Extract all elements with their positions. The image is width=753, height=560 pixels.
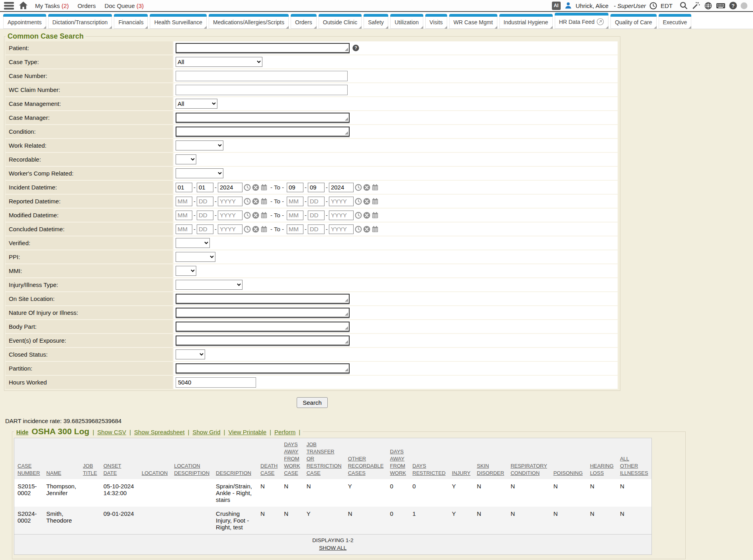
patient-input[interactable] (176, 43, 350, 53)
work-related-select[interactable] (176, 140, 223, 150)
on-site-location-input[interactable] (176, 294, 350, 304)
tab-utilization[interactable]: Utilization (390, 14, 423, 29)
tab-hr-data-feed[interactable]: HR Data Feed (555, 13, 608, 29)
incident-datetime-from-month[interactable] (176, 183, 192, 192)
closed-status-select[interactable] (176, 349, 205, 359)
show-all-link[interactable]: SHOW ALL (319, 545, 346, 551)
column-sort-link[interactable]: JOB TRANSFER OR RESTRICTION CASE (307, 441, 342, 476)
column-sort-link[interactable]: DAYS RESTRICTED (413, 463, 446, 476)
recordable-select[interactable] (176, 154, 196, 164)
tab-industrial-hygiene[interactable]: Industrial Hygiene (499, 14, 553, 29)
view-printable-link[interactable]: View Printable (228, 429, 266, 435)
wand-icon[interactable] (692, 1, 700, 10)
ai-badge[interactable]: AI (552, 2, 561, 10)
concluded-datetime-to-day[interactable] (308, 224, 325, 234)
table-row[interactable]: S2024-0002Smith, Theodore09-01-2024Crush… (14, 507, 652, 535)
keyboard-icon[interactable] (716, 2, 726, 10)
column-sort-link[interactable]: RESPIRATORY CONDITION (510, 463, 547, 476)
clear-date-icon[interactable] (252, 198, 259, 205)
partition-input[interactable] (176, 363, 350, 373)
column-sort-link[interactable]: SKIN DISORDER (477, 463, 505, 476)
concluded-datetime-to-month[interactable] (287, 224, 303, 234)
clear-date-icon[interactable] (363, 212, 370, 219)
column-sort-link[interactable]: DAYS AWAY FROM WORK (390, 449, 406, 476)
calendar-picker-icon[interactable] (372, 198, 379, 205)
column-sort-link[interactable]: DEATH CASE (260, 463, 278, 476)
tab-financials[interactable]: Financials (114, 14, 148, 29)
tab-health-surveillance[interactable]: Health Surveillance (150, 14, 207, 29)
incident-datetime-from-day[interactable] (197, 183, 213, 192)
calendar-picker-icon[interactable] (372, 226, 379, 233)
column-sort-link[interactable]: HEARING LOSS (590, 463, 614, 476)
calendar-picker-icon[interactable] (372, 212, 379, 219)
show-grid-link[interactable]: Show Grid (192, 429, 220, 435)
calendar-picker-icon[interactable] (260, 184, 268, 191)
time-picker-icon[interactable] (244, 184, 251, 191)
event-s-of-exposure-input[interactable] (176, 336, 350, 345)
time-picker-icon[interactable] (355, 212, 362, 219)
reported-datetime-to-year[interactable] (329, 197, 354, 206)
calendar-picker-icon[interactable] (372, 184, 379, 191)
clear-date-icon[interactable] (252, 184, 259, 191)
column-sort-link[interactable]: CASE NUMBER (18, 463, 40, 476)
condition-input[interactable] (176, 127, 350, 137)
clear-date-icon[interactable] (363, 226, 370, 233)
incident-datetime-to-month[interactable] (287, 183, 303, 192)
globe-icon[interactable] (704, 2, 712, 10)
topbar-menu-item-orders[interactable]: Orders (78, 2, 96, 9)
clear-date-icon[interactable] (252, 212, 259, 219)
show-spreadsheet-link[interactable]: Show Spreadsheet (134, 429, 185, 435)
modified-datetime-from-year[interactable] (218, 211, 243, 220)
time-picker-icon[interactable] (355, 198, 362, 205)
modified-datetime-from-day[interactable] (197, 211, 213, 220)
time-picker-icon[interactable] (244, 212, 251, 219)
home-icon[interactable] (19, 1, 28, 10)
reported-datetime-from-day[interactable] (197, 197, 213, 206)
reported-datetime-to-month[interactable] (287, 197, 303, 206)
search-icon[interactable] (679, 1, 688, 10)
column-sort-link[interactable]: JOB TITLE (83, 463, 97, 476)
tab-safety[interactable]: Safety (364, 14, 388, 29)
ppi-select[interactable] (176, 252, 215, 262)
tab-appointments[interactable]: Appointments (3, 14, 46, 29)
time-picker-icon[interactable] (355, 226, 362, 233)
incident-datetime-to-year[interactable] (329, 183, 354, 192)
topbar-menu-item-doc-queue[interactable]: Doc Queue (3) (105, 2, 144, 9)
column-sort-link[interactable]: ONSET DATE (104, 463, 121, 476)
reported-datetime-from-month[interactable] (176, 197, 192, 206)
verified-select[interactable] (176, 238, 210, 248)
nature-of-injury-or-illness-input[interactable] (176, 308, 350, 318)
case-number-input[interactable] (176, 71, 348, 81)
calendar-picker-icon[interactable] (260, 198, 268, 205)
concluded-datetime-to-year[interactable] (329, 224, 354, 234)
modified-datetime-to-year[interactable] (329, 211, 354, 220)
tab-orders[interactable]: Orders (291, 14, 317, 29)
tab-executive[interactable]: Executive (659, 14, 692, 29)
case-management-select[interactable]: All (176, 99, 217, 109)
hours-worked-input[interactable] (176, 377, 256, 388)
reported-datetime-from-year[interactable] (218, 197, 243, 206)
modified-datetime-to-month[interactable] (287, 211, 303, 220)
column-sort-link[interactable]: LOCATION DESCRIPTION (174, 463, 209, 476)
time-picker-icon[interactable] (244, 226, 251, 233)
calendar-picker-icon[interactable] (260, 212, 268, 219)
tab-visits[interactable]: Visits (425, 14, 447, 29)
worker-s-comp-related-select[interactable] (176, 168, 223, 178)
topbar-menu-item-my-tasks[interactable]: My Tasks (2) (35, 2, 69, 9)
clear-date-icon[interactable] (363, 184, 370, 191)
table-row[interactable]: S2015-0002Thompson, Jennifer05-10-2024 1… (14, 479, 652, 507)
show-csv-link[interactable]: Show CSV (97, 429, 126, 435)
column-sort-link[interactable]: LOCATION (142, 470, 168, 476)
column-sort-link[interactable]: ALL OTHER ILLNESSES (620, 456, 648, 476)
modified-datetime-from-month[interactable] (176, 211, 192, 220)
time-picker-icon[interactable] (244, 198, 251, 205)
concluded-datetime-from-year[interactable] (218, 224, 243, 234)
case-type-select[interactable]: All (176, 57, 262, 67)
column-sort-link[interactable]: POISONING (554, 470, 583, 476)
mmi-select[interactable] (176, 266, 196, 276)
tab-dictation-transcription[interactable]: Dictation/Transcription (48, 14, 112, 29)
help-icon[interactable]: ? (729, 2, 737, 10)
wc-claim-number-input[interactable] (176, 85, 348, 95)
concluded-datetime-from-day[interactable] (197, 224, 213, 234)
injury-illness-type-select[interactable] (176, 280, 243, 290)
